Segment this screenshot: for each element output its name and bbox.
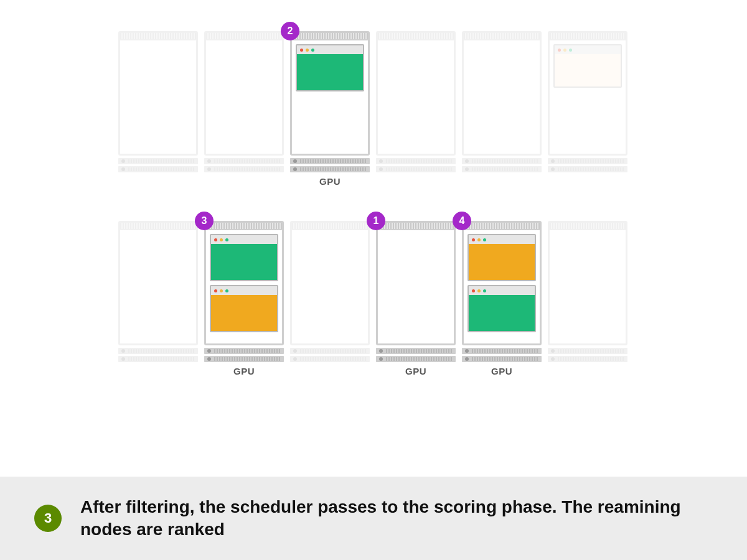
pod-orange — [210, 285, 278, 332]
pod-green — [210, 234, 278, 281]
node-r2n3 — [290, 221, 370, 376]
gpu-label: GPU — [204, 366, 284, 376]
gpu-label: GPU — [462, 366, 542, 376]
gpu-label: GPU — [376, 366, 456, 376]
caption-text: After filtering, the scheduler passes to… — [80, 496, 722, 541]
gpu-label: GPU — [290, 176, 370, 187]
pod-cream — [553, 44, 622, 88]
rank-badge: 4 — [453, 212, 471, 230]
node-r2n5: 4 GPU — [462, 221, 542, 376]
node-r2n4: 1 GPU — [376, 221, 456, 376]
node-r2n6 — [548, 221, 627, 376]
node-r1n4 — [376, 31, 456, 187]
node-r2n2: 3 GPU — [204, 221, 284, 376]
node-row-2: 3 GPU 1 GPU — [118, 221, 629, 376]
node-r1n1 — [118, 31, 198, 187]
node-r1n2 — [204, 31, 284, 187]
node-r1n3: 2 GPU — [290, 31, 370, 187]
node-grid: 2 GPU — [118, 31, 629, 411]
node-r1n6 — [548, 31, 627, 187]
rank-badge: 1 — [367, 212, 385, 230]
node-r1n5 — [462, 31, 542, 187]
pod-green — [296, 44, 364, 91]
rank-badge: 3 — [195, 212, 214, 230]
pod-green — [467, 285, 536, 332]
node-r2n1 — [118, 221, 198, 376]
node-row-1: 2 GPU — [118, 31, 629, 187]
pod-orange — [467, 234, 536, 281]
caption-bar: 3 After filtering, the scheduler passes … — [0, 477, 747, 560]
step-badge: 3 — [34, 505, 62, 532]
rank-badge: 2 — [281, 22, 299, 40]
